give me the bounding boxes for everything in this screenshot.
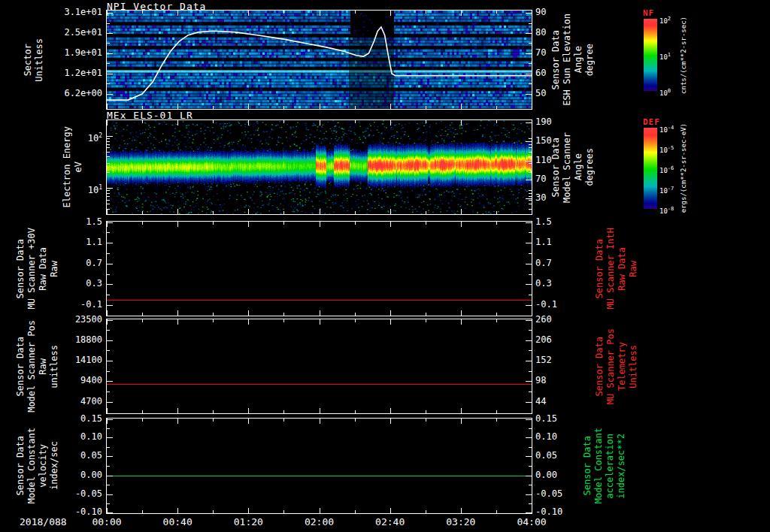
y-tick-label-right: 80 (535, 27, 581, 38)
x-tick-label: 04:00 (506, 516, 557, 527)
y-tick-label-left: 0.3 (42, 278, 102, 289)
y-axis-label-p3-right: Sensor DataMU Scanner IntHRaw DataRaw (593, 222, 641, 316)
axis-label-line: MU Scanner IntH (605, 228, 617, 309)
panel-npi-spectrogram (106, 10, 532, 110)
y-tick-label-left: -0.05 (42, 488, 102, 500)
y-tick-label-right: 70 (535, 174, 581, 185)
y-tick-label-right: -0.05 (535, 488, 581, 500)
nf-colorbar-title: NF (643, 8, 654, 18)
colorbar-tick-label: 10-7 (659, 185, 682, 195)
y-tick-label-right: 0.7 (535, 258, 581, 269)
axis-label-line: Raw (628, 261, 639, 277)
colorbar-tick-label: 10-5 (659, 144, 682, 154)
colorbar-tick-label: 100 (659, 87, 682, 97)
y-tick-label-left: 0.05 (42, 450, 102, 461)
y-tick-label-right: 98 (535, 375, 581, 386)
y-tick-label-right: 60 (535, 68, 581, 79)
axis-label-line: Telemetry (617, 342, 628, 391)
x-tick-label: 03:20 (435, 516, 487, 527)
scanner-pos-canvas (107, 319, 532, 413)
axis-label-line: Sector (23, 44, 34, 76)
y-tick-label-left: 0.00 (42, 470, 102, 481)
y-tick-label-right: 206 (535, 334, 581, 346)
y-tick-label-right: 90 (535, 7, 581, 18)
y-tick-label-left: 14100 (42, 355, 102, 366)
y-tick-label-left: 0.7 (42, 258, 102, 269)
axis-label-line: degrees (584, 148, 596, 186)
y-axis-label-p4-right: Sensor DataMU Scanner PosTelemetryUnitle… (593, 319, 641, 413)
y-tick-label-left: 1.1 (42, 237, 102, 248)
axis-label-line: index/sec (49, 441, 60, 490)
nf-colorbar (644, 19, 657, 91)
colorbar-tick-label: 101 (659, 51, 682, 61)
y-tick-label-right: 0.3 (535, 278, 581, 289)
axis-label-line: Model Scanner Pos (26, 320, 38, 413)
x-tick-label: 02:40 (365, 516, 416, 527)
axis-label-line: Model Constant (593, 428, 605, 503)
y-tick-label-right: 30 (535, 192, 581, 204)
axis-label-line: Sensor Data (594, 337, 605, 396)
mu-scanner-raw-canvas (107, 222, 532, 316)
axis-label-line: Model Constant (26, 428, 38, 503)
def-colorbar (644, 128, 657, 209)
axis-label-line: index/sec**2 (616, 434, 627, 499)
y-tick-label-left: 0.10 (42, 431, 102, 443)
y-axis-label-p5-right: Sensor DataModel Constantaccelerationind… (581, 419, 629, 513)
axis-label-line: Sensor Data (15, 337, 26, 396)
x-tick-label: 00:40 (152, 516, 203, 527)
y-tick-label-right: 190 (535, 116, 581, 128)
y-tick-label-right: 50 (535, 88, 581, 99)
axis-label-line: Raw Data (617, 247, 628, 291)
y-tick-label-right: 150 (535, 135, 581, 147)
y-tick-label-right: 44 (535, 396, 581, 407)
y-tick-label-right: 1.5 (535, 216, 581, 228)
y-tick-label-left: -0.1 (42, 299, 102, 310)
y-tick-label-right: 0.10 (535, 431, 581, 443)
els-spectrogram-canvas (107, 120, 532, 214)
y-tick-label-left: 0.15 (42, 413, 102, 425)
y-tick-label-right: 152 (535, 355, 581, 366)
y-tick-label-left: 18800 (42, 334, 102, 346)
def-colorbar-title: DEF (643, 117, 660, 127)
y-tick-label-right: 110 (535, 155, 581, 166)
y-tick-label-left: 1.9e+01 (42, 47, 102, 59)
panel-scanner-pos (106, 319, 532, 414)
axis-label-line: Sensor Data (550, 30, 562, 89)
y-tick-label-left: 1.5 (42, 216, 102, 228)
colorbar-tick-label: 10-8 (659, 205, 682, 215)
y-tick-label-left: 1.2e+01 (42, 68, 102, 79)
axis-label-line: Sensor Data (15, 239, 26, 298)
y-tick-label-right: 0.15 (535, 413, 581, 425)
y-tick-label-right: 1.1 (535, 237, 581, 248)
axis-label-line: Unitless (628, 345, 639, 388)
panel-els-spectrogram (106, 119, 532, 215)
science-plot-window: NPI Vector Data MEx ELS-01 LR SectorUnit… (0, 0, 770, 532)
y-tick-label-right: 260 (535, 314, 581, 325)
axis-label-line: Sensor Data (582, 436, 593, 495)
axis-label-line: MU Scanner +30V (26, 228, 38, 309)
axis-label-line: eV (73, 162, 84, 172)
colorbar-tick-label: 102 (659, 15, 682, 25)
x-tick-label: 00:00 (81, 516, 132, 527)
y-tick-label-left: 23500 (42, 314, 102, 325)
y-tick-label-right: 70 (535, 47, 581, 59)
axis-label-line: MU Scanner Pos (605, 328, 617, 404)
x-tick-label: 02:00 (294, 516, 345, 527)
y-tick-label-left: 4700 (42, 396, 102, 407)
axis-label-line: acceleration (605, 434, 616, 499)
y-tick-label-left: 6.2e+00 (42, 88, 102, 99)
npi-spectrogram-canvas (107, 11, 532, 109)
x-tick-label: 01:20 (223, 516, 274, 527)
y-tick-label-left: 101 (42, 182, 102, 196)
y-tick-label-right: 0.00 (535, 470, 581, 481)
y-tick-label-left: 102 (42, 130, 102, 144)
model-constant-canvas (107, 419, 532, 513)
y-tick-label-left: 2.5e+01 (42, 27, 102, 38)
y-tick-label-right: -0.1 (535, 299, 581, 310)
y-tick-label-left: 9400 (42, 375, 102, 386)
panel-mu-scanner-raw (106, 221, 532, 316)
axis-label-line: degree (584, 44, 596, 76)
axis-label-line: Sensor Data (594, 239, 605, 298)
y-tick-label-right: 0.05 (535, 450, 581, 461)
colorbar-tick-label: 10-6 (659, 165, 682, 174)
